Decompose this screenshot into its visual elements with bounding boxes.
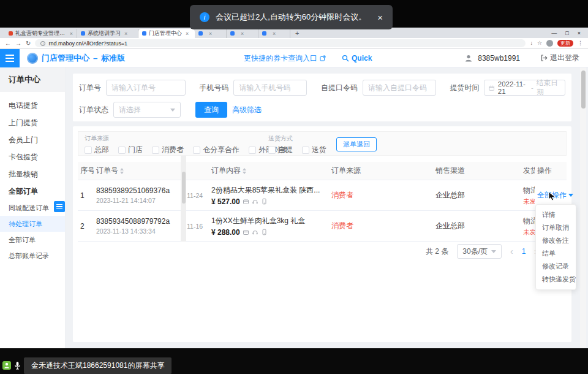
sort-icon[interactable] xyxy=(243,168,246,174)
browser-tab[interactable]: × xyxy=(227,29,258,38)
browser-tab[interactable]: × xyxy=(258,29,290,38)
sidebar-item[interactable]: 上门提货 xyxy=(0,114,65,131)
update-button[interactable]: 更新 xyxy=(557,40,573,47)
forward-button[interactable]: → xyxy=(15,40,21,47)
dispatch-return-button[interactable]: 派单退回 xyxy=(336,137,377,151)
download-icon[interactable]: ↓ xyxy=(530,40,533,46)
table-row: 2 83859345088979792a 2023-11-13 14:33:34… xyxy=(78,211,567,242)
shipping-type: 物流 xyxy=(523,185,535,196)
checkbox-option[interactable]: 总部 xyxy=(85,145,109,155)
window-close-button[interactable]: × xyxy=(578,30,581,36)
checkbox[interactable] xyxy=(302,147,309,154)
sort-icon[interactable] xyxy=(120,168,124,174)
phone-input[interactable] xyxy=(233,80,307,96)
checkbox-option[interactable]: 消费者 xyxy=(152,145,184,155)
checkbox-option[interactable]: 仓分享合作 xyxy=(193,145,239,155)
order-status-select[interactable]: 请选择 xyxy=(113,102,181,118)
checkbox[interactable] xyxy=(85,147,92,154)
dropdown-item-express-ship[interactable]: 转快递发货 xyxy=(536,273,576,286)
back-button[interactable]: ← xyxy=(5,40,11,47)
tab-close-icon[interactable]: × xyxy=(209,31,212,37)
new-tab-button[interactable]: + xyxy=(290,29,304,37)
order-content: 2份精品大果85苹果礼盒装 陕西... xyxy=(211,185,326,196)
presenter-icon xyxy=(2,361,11,370)
pickup-date-range-picker[interactable]: 2022-11-21 - 结束日期 xyxy=(484,80,565,96)
dropdown-item-settle[interactable]: 结单 xyxy=(536,247,576,260)
order-no-input[interactable] xyxy=(106,80,186,96)
quick-search-label: Quick xyxy=(352,54,372,63)
prev-page-button[interactable]: ‹ xyxy=(510,246,513,256)
profile-avatar[interactable] xyxy=(546,40,553,47)
advanced-filter-link[interactable]: 高级筛选 xyxy=(232,105,262,115)
page-size-value: 30条/页 xyxy=(462,246,488,257)
logout-icon xyxy=(541,55,548,61)
microphone-icon[interactable] xyxy=(14,361,21,370)
tab-close-icon[interactable]: × xyxy=(241,31,244,37)
quick-search-link[interactable]: Quick xyxy=(342,54,372,63)
order-table-card: 订单来源 总部 门店 消费者 仓分享合作 外部对接 送货方式 自提 xyxy=(73,126,571,342)
checkbox[interactable] xyxy=(249,147,256,154)
browser-tab[interactable]: 系统培训学习 × xyxy=(77,29,138,38)
page-number-current[interactable]: 1 xyxy=(522,247,526,256)
maximize-button[interactable]: □ xyxy=(565,30,568,36)
sidebar-subitem[interactable]: 总部账单记录 xyxy=(0,248,65,264)
address-bar[interactable]: i rnd.maboy.cn/AllOrder?status=1 xyxy=(35,39,526,47)
checkbox-option[interactable]: 门店 xyxy=(118,145,143,155)
search-button[interactable]: 查询 xyxy=(195,102,227,118)
minimize-button[interactable]: — xyxy=(551,30,557,36)
refresh-button[interactable]: ↻ xyxy=(26,40,31,47)
hamburger-menu-button[interactable] xyxy=(0,49,20,67)
bookmark-icon[interactable]: ☆ xyxy=(537,40,542,46)
logout-button[interactable]: 退出登录 xyxy=(541,53,579,63)
checkbox-option[interactable]: 送货 xyxy=(302,145,326,155)
sidebar-subitem[interactable]: 全部订单 xyxy=(0,232,65,248)
checkbox[interactable] xyxy=(193,147,200,154)
browser-tab-active[interactable]: 门店管理中心 × xyxy=(138,29,195,38)
quick-menu-button[interactable] xyxy=(54,201,65,212)
dropdown-item-edit-history[interactable]: 修改记录 xyxy=(536,260,576,273)
dropdown-item-detail[interactable]: 详情 xyxy=(536,208,576,221)
sidebar-item[interactable]: 电话提货 xyxy=(0,97,65,114)
pickup-code-input[interactable] xyxy=(363,80,436,96)
checkbox-option[interactable]: 自提 xyxy=(268,145,293,155)
checkbox[interactable] xyxy=(268,147,276,154)
site-info-icon[interactable]: i xyxy=(40,41,45,46)
browser-tab[interactable]: 礼盒营销专业管理中心 × xyxy=(5,29,77,38)
dropdown-item-cancel-order[interactable]: 订单取消 xyxy=(536,221,576,234)
dropdown-item-edit-remark[interactable]: 修改备注 xyxy=(536,234,576,247)
tab-close-icon[interactable]: × xyxy=(186,31,189,37)
sidebar-item[interactable]: 卡包提货 xyxy=(0,148,65,166)
app-logo-icon xyxy=(27,53,38,64)
scrollbar-thumb[interactable] xyxy=(581,71,586,109)
phone-icon xyxy=(261,198,268,205)
window-controls: — □ × xyxy=(544,28,588,38)
tab-close-icon[interactable]: × xyxy=(273,31,276,37)
page-size-select[interactable]: 30条/页 xyxy=(457,244,502,259)
sidebar-subitem-pending-orders[interactable]: 待处理订单 xyxy=(0,216,65,232)
order-source-cell: 消费者 xyxy=(329,190,433,200)
checkbox-label: 送货 xyxy=(312,145,326,155)
pagination: 共 2 条 30条/页 ‹ 1 › xyxy=(426,244,537,259)
browser-tab[interactable]: × xyxy=(195,29,227,38)
vertical-scrollbar[interactable] xyxy=(580,67,586,348)
sidebar-item[interactable]: 批量核销 xyxy=(0,166,65,183)
delivery-method-group: 送货方式 自提 送货 xyxy=(268,134,326,153)
pickup-code-label: 自提口令码 xyxy=(321,83,358,93)
username-label: 8385wb1991 xyxy=(478,54,520,63)
order-content-cell: 2份精品大果85苹果礼盒装 陕西... ¥ 527.00 xyxy=(209,185,329,206)
total-count-label: 共 2 条 xyxy=(426,246,448,257)
checkbox[interactable] xyxy=(152,147,159,154)
browser-menu-icon[interactable]: ⋮ xyxy=(578,40,583,46)
chevron-down-icon xyxy=(491,250,496,253)
toast-close-icon[interactable]: × xyxy=(377,12,383,23)
tab-close-icon[interactable]: × xyxy=(70,31,73,37)
checkbox[interactable] xyxy=(118,147,126,154)
tab-close-icon[interactable]: × xyxy=(124,31,127,37)
sidebar-item[interactable]: 会员上门 xyxy=(0,131,65,148)
col-header-order-no-label: 订单号 xyxy=(96,166,118,176)
col-header-order-no: 订单号 xyxy=(94,166,178,176)
coupon-query-link[interactable]: 更快捷的券卡查询入口 xyxy=(244,53,326,64)
sidebar-group-all-orders[interactable]: 全部订单 xyxy=(0,183,65,200)
col-header-content: 订单内容 xyxy=(209,166,329,176)
horizontal-scroll-divider[interactable] xyxy=(181,156,186,242)
